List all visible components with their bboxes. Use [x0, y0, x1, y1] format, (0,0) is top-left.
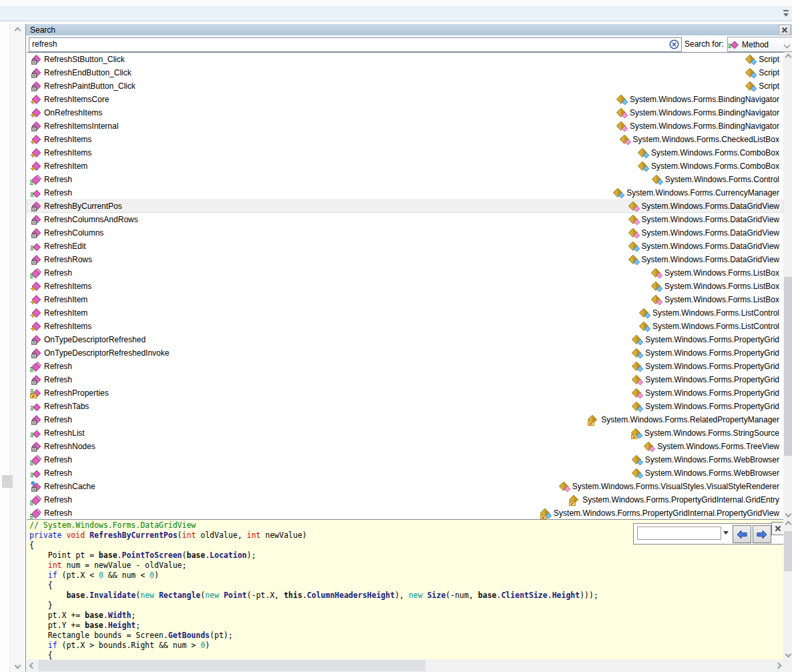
code-view[interactable]: // System.Windows.Forms.DataGridViewpriv… — [27, 519, 783, 660]
class-icon — [588, 414, 599, 426]
result-row[interactable]: RefreshItemsSystem.Windows.Forms.ListBox — [27, 280, 783, 293]
result-row[interactable]: RefreshSystem.Windows.Forms.CurrencyMana… — [27, 186, 783, 200]
result-row[interactable]: RefreshItemsInternalSystem.Windows.Forms… — [27, 119, 783, 133]
result-row[interactable]: RefreshItemSystem.Windows.Forms.ListBox — [27, 293, 783, 306]
result-row[interactable]: RefreshPaintButton_ClickScript — [27, 79, 783, 93]
result-row[interactable]: RefreshRowsSystem.Windows.Forms.DataGrid… — [27, 253, 783, 266]
result-row[interactable]: RefreshSystem.Windows.Forms.WebBrowser — [27, 453, 783, 466]
method-icon-internal — [30, 241, 41, 252]
result-row[interactable]: RefreshItemsSystem.Windows.Forms.ListCon… — [27, 320, 783, 333]
result-row[interactable]: RefreshItemsCoreSystem.Windows.Forms.Bin… — [27, 93, 783, 106]
result-row[interactable]: RefreshColumnsAndRowsSystem.Windows.Form… — [27, 213, 783, 226]
result-member-name: RefreshColumnsAndRows — [44, 215, 138, 224]
method-icon-protected — [30, 147, 41, 159]
toolbar-overflow-icon[interactable] — [783, 9, 789, 17]
result-row[interactable]: RefreshItemsSystem.Windows.Forms.Checked… — [27, 133, 783, 146]
search-input-box — [29, 37, 682, 52]
search-type-dropdown[interactable]: Method — [727, 37, 792, 52]
find-previous-button[interactable] — [733, 525, 751, 543]
result-row[interactable]: OnRefreshItemsSystem.Windows.Forms.Bindi… — [27, 106, 783, 119]
scrollbar-thumb[interactable] — [784, 531, 792, 571]
find-close-button[interactable] — [771, 522, 783, 535]
result-type-name: System.Windows.Forms.BindingNavigator — [630, 108, 779, 117]
scroll-down-arrow-icon[interactable] — [783, 509, 792, 519]
result-declaring-type: System.Windows.Forms.RelatedPropertyMana… — [588, 414, 783, 426]
scroll-up-arrow-icon[interactable] — [783, 52, 792, 62]
result-type-name: System.Windows.Forms.ListBox — [664, 282, 779, 291]
result-type-name: System.Windows.Forms.ComboBox — [651, 161, 779, 171]
result-row[interactable]: RefreshEndButton_ClickScript — [27, 66, 783, 79]
result-row[interactable]: RefreshCacheSystem.Windows.Forms.VisualS… — [27, 480, 783, 493]
result-row[interactable]: RefreshSystem.Windows.Forms.Control — [27, 173, 783, 186]
class-icon — [569, 494, 580, 506]
result-row[interactable]: RefreshByCurrentPosSystem.Windows.Forms.… — [27, 200, 783, 213]
scroll-up-arrow-icon[interactable] — [783, 519, 792, 529]
scrollbar-thumb[interactable] — [38, 660, 425, 671]
result-row[interactable]: RefreshEditSystem.Windows.Forms.DataGrid… — [27, 240, 783, 253]
result-row[interactable]: RefreshStButton_ClickScript — [27, 53, 783, 66]
scroll-right-arrow-icon[interactable] — [773, 659, 783, 672]
result-declaring-type: System.Windows.Forms.BindingNavigator — [616, 107, 783, 119]
result-row[interactable]: RefreshSystem.Windows.Forms.RelatedPrope… — [27, 413, 783, 426]
result-member-name: Refresh — [44, 375, 72, 384]
result-row[interactable]: RefreshSystem.Windows.Forms.PropertyGrid — [27, 373, 783, 386]
result-row[interactable]: RefreshSystem.Windows.Forms.ListBox — [27, 266, 783, 280]
result-row[interactable]: RefreshItemSystem.Windows.Forms.ListCont… — [27, 306, 783, 320]
clear-search-icon[interactable] — [669, 39, 679, 49]
result-member-name: RefreshTabs — [44, 402, 89, 411]
result-type-name: System.Windows.Forms.ListBox — [664, 268, 779, 278]
code-line: base.Invalidate(new Rectangle(new Point(… — [29, 591, 598, 601]
result-row[interactable]: RefreshSystem.Windows.Forms.PropertyGrid — [27, 360, 783, 373]
result-row[interactable]: RefreshTabsSystem.Windows.Forms.Property… — [27, 400, 783, 413]
method-icon-virtual — [30, 508, 41, 519]
search-input[interactable] — [31, 38, 668, 50]
scrollbar-thumb[interactable] — [2, 475, 13, 488]
result-declaring-type: System.Windows.Forms.WebBrowser — [632, 468, 783, 479]
panel-close-button[interactable] — [779, 25, 791, 35]
result-member-name: RefreshCache — [44, 482, 95, 491]
find-input[interactable] — [637, 527, 721, 540]
result-row[interactable]: RefreshColumnsSystem.Windows.Forms.DataG… — [27, 226, 783, 240]
result-row[interactable]: RefreshListSystem.Windows.Forms.StringSo… — [27, 426, 783, 440]
result-member-name: RefreshPaintButton_Click — [44, 81, 136, 91]
result-declaring-type: System.Windows.Forms.WebBrowser — [632, 454, 783, 466]
result-row[interactable]: RefreshItemsSystem.Windows.Forms.ComboBo… — [27, 146, 783, 159]
result-member-name: RefreshNodes — [44, 442, 95, 451]
scroll-down-arrow-icon[interactable] — [783, 649, 792, 659]
class-icon — [638, 161, 649, 172]
code-vertical-scrollbar[interactable] — [783, 519, 792, 659]
result-row[interactable]: RefreshSystem.Windows.Forms.WebBrowser — [27, 466, 783, 480]
method-icon — [728, 39, 739, 50]
result-declaring-type: System.Windows.Forms.VisualStyles.Visual… — [559, 481, 783, 492]
class-icon — [632, 401, 643, 412]
find-next-button[interactable] — [753, 525, 771, 543]
class-icon — [651, 281, 662, 292]
result-row[interactable]: RefreshItemSystem.Windows.Forms.ComboBox — [27, 159, 783, 173]
method-icon-private — [30, 254, 41, 266]
result-row[interactable]: RefreshSystem.Windows.Forms.PropertyGrid… — [27, 507, 783, 520]
result-row[interactable]: RefreshSystem.Windows.Forms.PropertyGrid… — [27, 493, 783, 507]
scroll-down-arrow-icon[interactable] — [10, 661, 25, 671]
scrollbar-thumb[interactable] — [784, 277, 792, 456]
scroll-up-arrow-icon[interactable] — [10, 25, 25, 35]
toolbar — [0, 7, 792, 21]
method-icon-virtual — [30, 268, 41, 279]
result-type-name: System.Windows.Forms.WebBrowser — [645, 455, 779, 464]
scroll-left-arrow-icon[interactable] — [27, 659, 37, 672]
result-type-name: System.Windows.Forms.PropertyGrid — [645, 362, 779, 371]
find-dropdown-icon[interactable] — [723, 531, 729, 535]
class-icon — [745, 81, 757, 92]
method-icon-protected — [30, 107, 41, 119]
method-icon-virtual — [30, 174, 41, 186]
result-member-name: RefreshItemsInternal — [44, 121, 118, 131]
results-scrollbar[interactable] — [783, 52, 792, 519]
code-horizontal-scrollbar[interactable] — [27, 659, 783, 672]
close-icon — [775, 526, 781, 531]
search-panel-titlebar: Search — [26, 24, 792, 36]
result-row[interactable]: OnTypeDescriptorRefreshedInvokeSystem.Wi… — [27, 346, 783, 360]
main-vertical-scrollbar[interactable] — [9, 24, 25, 672]
result-row[interactable]: RefreshNodesSystem.Windows.Forms.TreeVie… — [27, 440, 783, 453]
method-icon-private — [30, 348, 41, 359]
result-row[interactable]: OnTypeDescriptorRefreshedSystem.Windows.… — [27, 333, 783, 346]
result-row[interactable]: RefreshPropertiesSystem.Windows.Forms.Pr… — [27, 386, 783, 400]
